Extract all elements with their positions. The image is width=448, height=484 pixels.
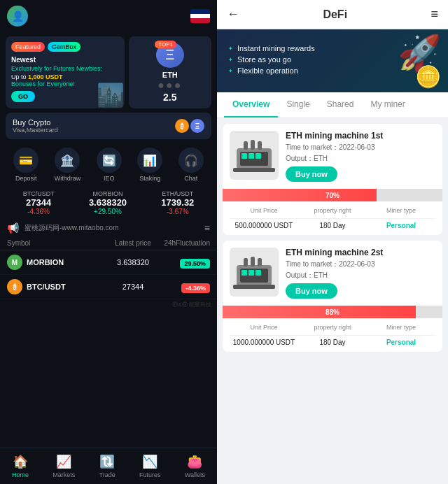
markets-icon: 📈 <box>56 454 71 469</box>
miner-1-progress-bar: 70% <box>223 189 442 201</box>
btc-change: -4.36% <box>181 283 210 293</box>
svg-rect-15 <box>251 257 255 266</box>
miner-1-image <box>230 131 279 180</box>
svg-rect-7 <box>258 141 262 150</box>
miner-1-progress-label: 70% <box>223 192 442 199</box>
nav-home[interactable]: 🏠 Home <box>12 454 29 478</box>
miner-2-time: Time to market：2022-06-03 <box>286 259 435 269</box>
miner-1-time: Time to market：2022-06-03 <box>286 143 435 152</box>
usdt-amount: 1,000 USDT <box>28 73 63 80</box>
miner-1-property-right-header: property right <box>298 207 367 215</box>
miner-1-output: Output：ETH <box>286 154 435 164</box>
market-row-morbion[interactable]: M MORBION 3.638320 29.50% <box>0 250 217 275</box>
withdraw-icon: 🏦 <box>55 148 80 173</box>
banner-decoration: 🏙️ <box>97 82 125 108</box>
miner-2-info: ETH mining machine 2st Time to market：20… <box>286 248 435 299</box>
buy-crypto-bar[interactable]: Buy Crypto Visa,Mastercard ₿ Ξ <box>6 113 211 139</box>
top-bar: 👤 <box>0 0 217 32</box>
nav-wallets[interactable]: 👛 Wallets <box>185 454 205 478</box>
nav-markets[interactable]: 📈 Markets <box>52 454 75 478</box>
miner-2-property-right-header: property right <box>298 324 367 332</box>
svg-rect-12 <box>248 270 254 276</box>
deposit-label: Deposit <box>15 175 37 182</box>
miner-2-unit-price-value: 1000.000000 USDT <box>230 339 298 346</box>
morbion-change: 29.50% <box>180 259 210 269</box>
back-button[interactable]: ← <box>227 7 239 22</box>
miner-2-property-right-value: 180 Day <box>298 339 367 346</box>
list-icon[interactable]: ≡ <box>204 222 210 234</box>
nav-withdraw[interactable]: 🏦 Withdraw <box>55 148 81 182</box>
svg-rect-4 <box>255 153 261 159</box>
btc-name: BTC/USDT <box>27 283 66 291</box>
miner-2-progress-bar: 88% <box>223 306 442 318</box>
buy-now-btn-1[interactable]: Buy now <box>286 166 337 182</box>
crypto-coins: ₿ Ξ <box>175 119 204 133</box>
futures-label: Futures <box>139 471 161 478</box>
nav-icons: 💳 Deposit 🏦 Withdraw 🔄 IEO 📊 Staking 🎧 C… <box>0 143 217 186</box>
miner-card-1-top: ETH mining machine 1st Time to market：20… <box>223 124 442 189</box>
ticker-morbion: MORBION 3.638320 +29.50% <box>89 190 127 215</box>
market-row-btc[interactable]: ₿ BTC/USDT 27344 -4.36% <box>0 275 217 299</box>
svg-rect-5 <box>244 141 248 150</box>
latest-price-header: Latest price <box>105 239 161 247</box>
go-button[interactable]: GO <box>11 91 35 102</box>
miner-2-bottom: Unit Price property right Miner type 100… <box>223 318 442 352</box>
nav-staking[interactable]: 📊 Staking <box>137 148 162 182</box>
menu-button[interactable]: ≡ <box>430 7 438 22</box>
top1-badge: TOP1 <box>155 41 176 48</box>
tab-my-miner[interactable]: My miner <box>362 92 413 118</box>
svg-rect-2 <box>241 153 247 159</box>
svg-rect-13 <box>255 270 261 276</box>
deposit-icon: 💳 <box>13 148 38 173</box>
eth-coin-badge: Ξ <box>190 119 204 133</box>
defi-header: ← DeFi ≡ <box>217 0 448 29</box>
svg-rect-8 <box>233 168 275 172</box>
futures-icon: 📉 <box>142 454 158 469</box>
home-icon: 🏠 <box>13 454 28 469</box>
tab-overview[interactable]: Overview <box>224 92 278 118</box>
buy-now-btn-2[interactable]: Buy now <box>286 283 337 299</box>
btc-price: 27344 <box>105 283 161 291</box>
trade-icon: 🔃 <box>99 454 115 469</box>
eth-label: ETH <box>162 71 178 79</box>
miner-2-output: Output：ETH <box>286 271 435 280</box>
ieo-label: IEO <box>104 175 115 182</box>
home-label: Home <box>12 471 29 478</box>
markets-label: Markets <box>52 471 75 478</box>
featured-badge: Featured <box>11 42 45 52</box>
svg-rect-6 <box>251 140 255 150</box>
eth-dots: ●●● <box>158 79 182 92</box>
nav-futures[interactable]: 📉 Futures <box>139 454 161 478</box>
miner-2-unit-price-header: Unit Price <box>230 324 298 332</box>
gembox-badge: GemBox <box>48 42 80 52</box>
banner-area: Featured GemBox Newest Exclusively for F… <box>0 32 217 113</box>
watermark: ⑧&⑨ 能量科技 <box>0 299 217 310</box>
miners-list: ETH mining machine 1st Time to market：20… <box>217 118 448 484</box>
chat-icon: 🎧 <box>178 148 204 173</box>
miner-2-name: ETH mining machine 2st <box>286 248 435 257</box>
language-flag[interactable] <box>190 9 210 23</box>
miner-1-miner-type-value: Personal <box>367 222 435 229</box>
tab-single[interactable]: Single <box>278 92 318 118</box>
miner-card-2: ETH mining machine 2st Time to market：20… <box>223 241 442 352</box>
nav-ieo[interactable]: 🔄 IEO <box>97 148 122 182</box>
miner-1-name: ETH mining machine 1st <box>286 131 435 141</box>
tab-shared[interactable]: Shared <box>318 92 363 118</box>
nav-deposit[interactable]: 💳 Deposit <box>13 148 38 182</box>
newest-label: Newest <box>11 56 119 64</box>
nav-chat[interactable]: 🎧 Chat <box>178 148 204 182</box>
banner-right: TOP1 Ξ ETH ●●● 2.5 <box>129 36 211 108</box>
miner-1-property-right-value: 180 Day <box>298 222 367 229</box>
miner-1-svg <box>233 134 275 176</box>
avatar[interactable]: 👤 <box>7 6 28 27</box>
market-table-header: Symbol Latest price 24hFluctuation <box>0 236 217 250</box>
trade-label: Trade <box>99 471 115 478</box>
svg-rect-16 <box>258 258 262 266</box>
left-panel: 👤 Featured GemBox Newest Exclusively for… <box>0 0 217 484</box>
miner-1-detail-header: Unit Price property right Miner type <box>230 207 435 215</box>
miner-1-bottom: Unit Price property right Miner type 500… <box>223 201 442 235</box>
nav-trade[interactable]: 🔃 Trade <box>99 454 115 478</box>
staking-label: Staking <box>139 175 160 182</box>
bottom-nav: 🏠 Home 📈 Markets 🔃 Trade 📉 Futures 👛 Wal… <box>0 448 217 484</box>
miner-2-miner-type-header: Miner type <box>367 324 435 332</box>
